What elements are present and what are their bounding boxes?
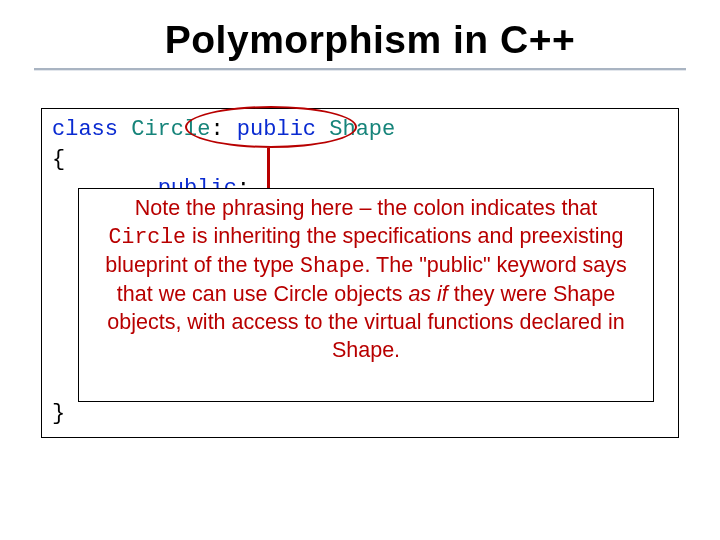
close-brace: } (52, 401, 65, 426)
code-line-1: class Circle: public Shape (52, 115, 668, 145)
callout-connector (267, 148, 270, 188)
keyword-class: class (52, 117, 118, 142)
open-brace: { (52, 147, 65, 172)
note-text-a: Note the phrasing here – the colon indic… (135, 196, 598, 220)
callout-oval (185, 106, 357, 148)
note-code-circle: Circle (109, 225, 186, 249)
note-italic-asif: as if (408, 282, 447, 306)
note-code-shape: Shape (300, 254, 365, 278)
code-line-2: { (52, 145, 668, 175)
page-title: Polymorphism in C++ (0, 0, 720, 66)
code-line-close: } (52, 399, 65, 429)
title-underline (34, 68, 686, 71)
explanation-box: Note the phrasing here – the colon indic… (78, 188, 654, 402)
